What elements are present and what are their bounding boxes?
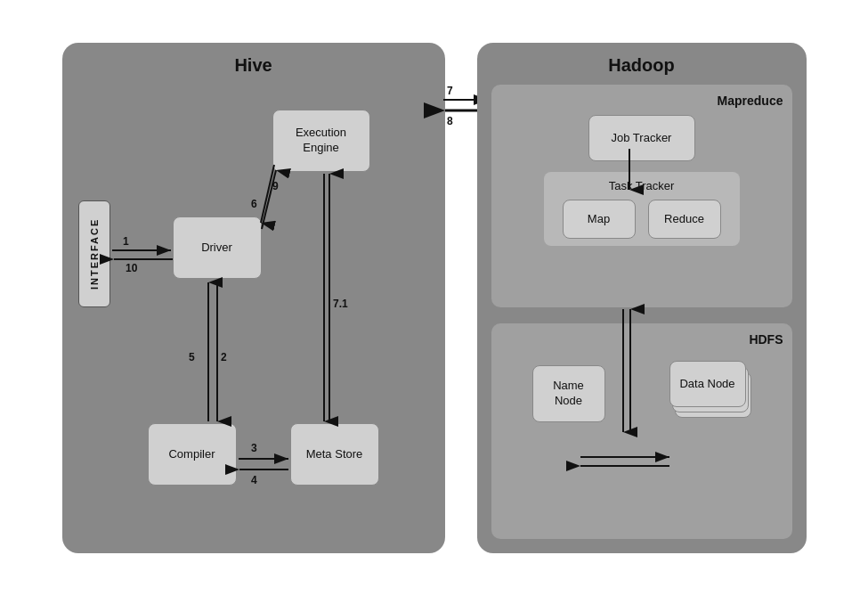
svg-line-12 xyxy=(261,165,274,223)
mapreduce-section: Mapreduce Job Tracker Task Tracker Map R… xyxy=(491,85,792,307)
mapreduce-label: Mapreduce xyxy=(500,94,783,108)
job-tracker-label: Job Tracker xyxy=(612,131,672,146)
hive-title: Hive xyxy=(77,55,431,76)
arrow-label-9: 9 xyxy=(272,180,279,192)
data-node-box-front: Data Node xyxy=(669,361,746,407)
arrow-label-10: 10 xyxy=(126,262,138,274)
hive-inner: INTERFACE ExecutionEngine Driver Compile… xyxy=(77,85,431,539)
name-node-box: NameNode xyxy=(532,365,605,422)
arrow-label-1: 1 xyxy=(123,235,129,248)
arrow-label-3: 3 xyxy=(251,442,257,454)
job-tracker-box: Job Tracker xyxy=(588,115,695,161)
map-box: Map xyxy=(563,200,636,239)
data-node-stack: Data Node xyxy=(669,361,751,427)
diagram-container: Hive INTERFACE ExecutionEngine Driver Co… xyxy=(45,25,824,571)
reduce-box: Reduce xyxy=(648,200,721,239)
arrow-label-71: 7.1 xyxy=(333,298,348,310)
arrow-label-5: 5 xyxy=(189,351,195,363)
execution-engine-box: ExecutionEngine xyxy=(272,110,370,172)
map-reduce-row: Map Reduce xyxy=(553,200,731,239)
name-node-label: NameNode xyxy=(553,379,584,409)
hive-section: Hive INTERFACE ExecutionEngine Driver Co… xyxy=(62,43,445,553)
svg-line-11 xyxy=(262,170,276,229)
hdfs-label: HDFS xyxy=(500,332,783,347)
task-tracker-outer: Task Tracker Map Reduce xyxy=(544,172,740,246)
task-tracker-label: Task Tracker xyxy=(553,179,731,192)
map-label: Map xyxy=(588,212,610,227)
hadoop-section: Hadoop Mapreduce Job Tracker Task Tracke… xyxy=(477,43,807,553)
driver-box: Driver xyxy=(173,216,262,279)
reduce-label: Reduce xyxy=(664,212,704,227)
arrow-label-8: 8 xyxy=(447,115,453,127)
arrow-label-6: 6 xyxy=(251,198,257,210)
data-node-label: Data Node xyxy=(679,377,734,392)
interface-label: INTERFACE xyxy=(87,218,100,290)
interface-box: INTERFACE xyxy=(78,200,110,307)
metastore-box: Meta Store xyxy=(290,423,379,486)
execution-engine-label: ExecutionEngine xyxy=(296,126,346,156)
arrow-label-2: 2 xyxy=(221,351,227,363)
compiler-label: Compiler xyxy=(168,447,215,462)
driver-label: Driver xyxy=(201,241,232,256)
arrow-label-7: 7 xyxy=(447,85,453,97)
hadoop-inner: Mapreduce Job Tracker Task Tracker Map R… xyxy=(491,85,792,539)
compiler-box: Compiler xyxy=(148,423,237,486)
metastore-label: Meta Store xyxy=(306,447,363,462)
hadoop-title: Hadoop xyxy=(491,55,792,76)
hdfs-nodes: NameNode Data Node xyxy=(500,361,783,427)
arrow-label-4: 4 xyxy=(251,474,257,486)
hdfs-section: HDFS NameNode Data Node xyxy=(491,323,792,539)
